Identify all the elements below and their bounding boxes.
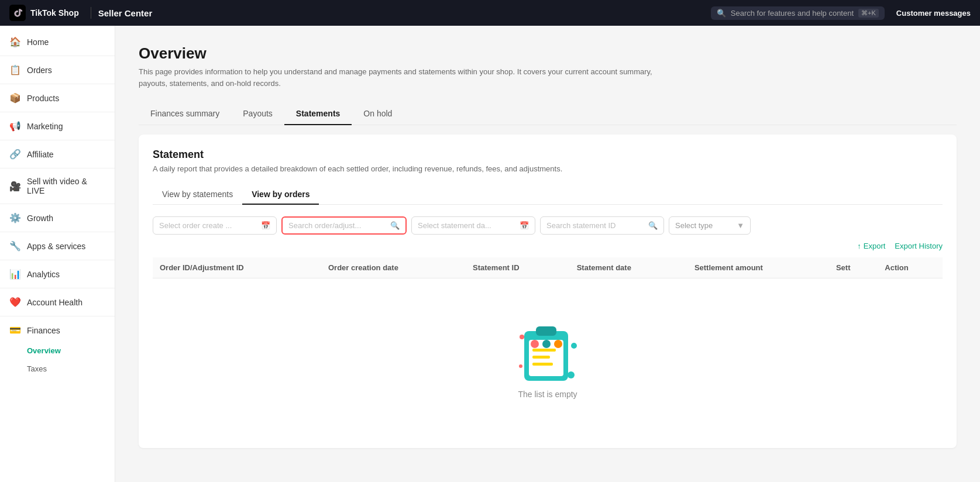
svg-rect-3 [536, 326, 556, 336]
sidebar-item-label: Finances [27, 326, 60, 335]
empty-illustration [513, 314, 583, 390]
video-live-icon: 🎥 [9, 181, 21, 192]
global-search[interactable]: 🔍 Search for features and help content ⌘… [711, 6, 885, 20]
select-statement-date-filter[interactable]: 📅 [411, 216, 535, 235]
search-order-adjust-filter[interactable]: 🔍 [281, 216, 407, 235]
order-create-date-input[interactable] [159, 221, 257, 230]
sidebar-item-finances[interactable]: 💳 Finances [0, 319, 115, 342]
sidebar-divider [0, 260, 115, 260]
sidebar-item-affiliate[interactable]: 🔗 Affiliate [0, 143, 115, 166]
sidebar-divider [0, 288, 115, 288]
account-health-icon: ❤️ [9, 297, 21, 308]
subtab-view-by-statements[interactable]: View by statements [153, 185, 242, 205]
tab-payouts[interactable]: Payouts [231, 103, 284, 125]
page-title: Overview [139, 44, 957, 63]
home-icon: 🏠 [9, 36, 21, 47]
sidebar-sub-item-taxes[interactable]: Taxes [0, 360, 115, 378]
search-icon: 🔍 [717, 9, 726, 18]
filters-row: 📅 🔍 📅 🔍 Select type [153, 216, 943, 235]
sidebar-divider [0, 84, 115, 84]
sidebar-item-label: Growth [27, 214, 53, 223]
tab-finances-summary[interactable]: Finances summary [139, 103, 231, 125]
svg-point-11 [571, 343, 577, 349]
col-statement-id: Statement ID [466, 257, 570, 278]
sidebar-item-apps-services[interactable]: 🔧 Apps & services [0, 235, 115, 257]
statement-card-title: Statement [153, 149, 943, 161]
chevron-down-icon: ▼ [737, 221, 744, 230]
statements-table: Order ID/Adjustment ID Order creation da… [153, 257, 943, 278]
statement-card: Statement A daily report that provides a… [139, 135, 957, 448]
search-statement-id-input[interactable] [546, 221, 645, 230]
table-header: Order ID/Adjustment ID Order creation da… [153, 257, 943, 278]
affiliate-icon: 🔗 [9, 149, 21, 160]
tab-on-hold[interactable]: On hold [352, 103, 404, 125]
svg-rect-5 [532, 356, 550, 359]
overview-label: Overview [27, 346, 61, 355]
apps-services-icon: 🔧 [9, 240, 21, 252]
sidebar-item-products[interactable]: 📦 Products [0, 87, 115, 109]
sidebar-item-sell-video-live[interactable]: 🎥 Sell with video & LIVE [0, 171, 115, 201]
sidebar-divider [0, 168, 115, 168]
select-type-filter[interactable]: Select type ▼ [669, 216, 751, 235]
sidebar-item-label: Analytics [27, 270, 60, 279]
sidebar-divider [0, 232, 115, 232]
export-button[interactable]: ↑ Export [857, 242, 885, 250]
export-history-label: Export History [895, 242, 943, 250]
subtab-view-by-orders[interactable]: View by orders [242, 185, 319, 205]
sidebar-item-growth[interactable]: ⚙️ Growth [0, 206, 115, 229]
app-layout: 🏠 Home 📋 Orders 📦 Products 📢 Marketing 🔗… [0, 26, 980, 482]
search-icon: 🔍 [390, 221, 400, 230]
col-order-creation-date: Order creation date [321, 257, 466, 278]
svg-point-10 [520, 335, 524, 339]
nav-divider [91, 7, 91, 19]
sidebar-item-label: Account Health [27, 298, 82, 307]
sidebar-item-marketing[interactable]: 📢 Marketing [0, 115, 115, 137]
search-order-adjust-input[interactable] [288, 221, 387, 230]
col-action: Action [878, 257, 943, 278]
sidebar-item-home[interactable]: 🏠 Home [0, 30, 115, 53]
sidebar-sub-item-overview[interactable]: Overview [0, 342, 115, 360]
svg-point-7 [531, 340, 539, 348]
select-type-select[interactable]: Select type [675, 221, 733, 230]
col-sett: Sett [829, 257, 878, 278]
tab-statements[interactable]: Statements [284, 103, 352, 125]
order-create-date-filter[interactable]: 📅 [153, 216, 277, 235]
sidebar-item-label: Home [27, 37, 49, 47]
col-order-adjustment-id: Order ID/Adjustment ID [153, 257, 321, 278]
svg-rect-4 [532, 349, 556, 352]
sidebar-item-label: Marketing [27, 122, 63, 131]
sidebar-item-label: Orders [27, 66, 52, 75]
sidebar-divider [0, 140, 115, 140]
sidebar-divider [0, 112, 115, 112]
export-up-icon: ↑ [857, 242, 861, 250]
customer-messages-button[interactable]: Customer messages [896, 9, 971, 18]
finances-icon: 💳 [9, 325, 21, 336]
nav-title: Seller Center [98, 8, 711, 18]
taxes-label: Taxes [27, 364, 47, 373]
search-icon: 🔍 [648, 221, 658, 230]
svg-point-12 [568, 371, 575, 378]
select-statement-date-input[interactable] [418, 221, 516, 230]
sidebar-item-label: Products [27, 94, 59, 103]
col-settlement-amount: Settlement amount [687, 257, 829, 278]
brand-name: TikTok Shop [30, 8, 79, 18]
sidebar-item-account-health[interactable]: ❤️ Account Health [0, 291, 115, 314]
brand-logo[interactable]: TikTok Shop [9, 5, 79, 21]
sidebar-divider [0, 316, 115, 316]
col-statement-date: Statement date [570, 257, 687, 278]
export-history-button[interactable]: Export History [895, 242, 943, 250]
search-statement-id-filter[interactable]: 🔍 [540, 216, 664, 235]
empty-state-message: The list is empty [518, 390, 577, 399]
sidebar-divider [0, 56, 115, 56]
statement-subtabs: View by statements View by orders [153, 185, 943, 205]
sidebar-item-orders[interactable]: 📋 Orders [0, 58, 115, 81]
search-shortcut: ⌘+K [858, 9, 879, 18]
statements-table-container: Order ID/Adjustment ID Order creation da… [153, 257, 943, 278]
sidebar-item-analytics[interactable]: 📊 Analytics [0, 263, 115, 285]
top-navigation: TikTok Shop Seller Center 🔍 Search for f… [0, 0, 980, 26]
tiktok-icon [9, 5, 26, 21]
sidebar-divider [0, 204, 115, 204]
export-row: ↑ Export Export History [153, 242, 943, 250]
page-subtitle: This page provides information to help y… [139, 66, 665, 89]
growth-icon: ⚙️ [9, 212, 21, 223]
